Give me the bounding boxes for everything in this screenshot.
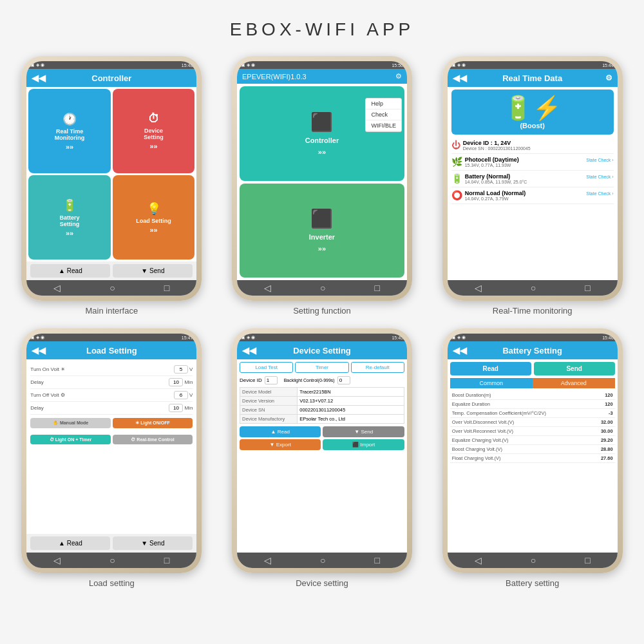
phone1-container: ▣ ◈ ◉ 15:48 ◀◀ Controller 🕐 Real TimeMon… [13, 56, 211, 316]
nav2-back-icon[interactable]: ◁ [264, 283, 271, 293]
realtime-btn[interactable]: ⏱ Real-time Control [113, 435, 193, 444]
dropdown-help[interactable]: Help [366, 99, 401, 109]
phone5-send-btn[interactable]: ▼ Send [323, 426, 404, 437]
load-data: 14.04V, 0.27A, 3.79W [465, 196, 614, 201]
phone1-send-button[interactable]: ▼ Send [113, 264, 193, 278]
cell-realtime[interactable]: 🕐 Real TimeMonitoring »» [28, 89, 111, 173]
phone4-container: ▣ ◈ ◉ 15:47 ◀◀ Load Setting Turn On Volt… [13, 328, 211, 588]
phone5-header: ◀◀ Device Setting [237, 341, 407, 359]
phone4-download-icon: ▼ [141, 540, 147, 547]
nav3-back-icon[interactable]: ◁ [475, 283, 482, 293]
phone3-back-icon[interactable]: ◀◀ [453, 73, 467, 83]
manual-mode-btn[interactable]: ✋ Manual Mode [30, 418, 111, 428]
phone4-title: Load Setting [86, 346, 137, 355]
card-inverter[interactable]: ⬛ Inverter »» [240, 184, 404, 278]
delay1-value[interactable]: 10 [169, 378, 183, 386]
bat-label-6: Boost Charging Volt.(V) [450, 445, 592, 454]
phone6-send-btn[interactable]: Send [534, 362, 615, 375]
phone4-back-icon[interactable]: ◀◀ [32, 345, 46, 355]
tab-redefault[interactable]: Re-default [351, 362, 404, 373]
bat-row-4: Over Volt.Reconnect Volt.(V) 30.00 [450, 427, 615, 436]
phone5-inner: ▣ ◈ ◉ 15:45 ◀◀ Device Setting Load Test … [237, 334, 407, 568]
light-onoff-btn[interactable]: ☀ Light ON/OFF [113, 418, 193, 428]
turnon-value[interactable]: 5 [174, 365, 188, 374]
dropdown-check[interactable]: Check [366, 109, 401, 120]
cell-load[interactable]: 💡 Load Setting »» [113, 175, 195, 260]
phone6-back-icon[interactable]: ◀◀ [453, 345, 467, 355]
bat-label-1: Equalize Duration [450, 400, 592, 409]
nav6-home-icon[interactable]: ○ [531, 555, 536, 565]
info-row-0: Device Model Tracer2215BN [240, 388, 404, 397]
bat-label-0: Boost Duration(m) [450, 391, 592, 400]
turnoff-unit: V [189, 392, 193, 398]
load-state-check[interactable]: State Check › [586, 191, 613, 196]
phone3-inner: ▣ ◈ ◉ 15:44 ◀◀ Real Time Data ⚙ 🔋⚡ (Boos… [448, 61, 618, 296]
cell-device-arrows: »» [149, 142, 157, 150]
nav3-home-icon[interactable]: ○ [531, 283, 536, 293]
device-id-input[interactable] [265, 376, 278, 384]
phone4-nav-bar: ◁ ○ □ [26, 553, 196, 568]
tab-advanced[interactable]: Advanced [533, 378, 615, 388]
phone1-status-left: ▣ ◈ ◉ [30, 62, 44, 68]
phone4-bottom-buttons: ▲ Read ▼ Send [26, 534, 196, 553]
nav-apps-icon[interactable]: □ [164, 283, 169, 293]
phone5-import-btn[interactable]: ⬛ Import [323, 439, 404, 450]
phone1-back-icon[interactable]: ◀◀ [32, 73, 46, 83]
bat-value-2: -3 [592, 409, 615, 418]
bat-row-3: Over Volt.Disconnect Volt.(V) 32.00 [450, 418, 615, 427]
nav-back-icon[interactable]: ◁ [53, 283, 61, 293]
phone1-title: Controller [91, 73, 131, 83]
delay2-value[interactable]: 10 [169, 404, 183, 412]
turnoff-value[interactable]: 6 [174, 391, 188, 399]
phone1-nav-bar: ◁ ○ □ [26, 280, 196, 296]
phone5-export-btn[interactable]: ▼ Export [240, 439, 321, 450]
tab-timer[interactable]: Timer [295, 362, 348, 373]
phone6-read-btn[interactable]: Read [450, 362, 531, 375]
tab-common[interactable]: Common [450, 378, 533, 388]
nav3-apps-icon[interactable]: □ [585, 283, 590, 293]
phone5: ▣ ◈ ◉ 15:45 ◀◀ Device Setting Load Test … [232, 328, 412, 573]
phone3-gear-icon[interactable]: ⚙ [605, 73, 612, 82]
card-inverter-arrows: »» [318, 245, 326, 252]
phone5-title: Device Setting [293, 346, 351, 355]
bat-row-6: Boost Charging Volt.(V) 28.80 [450, 445, 615, 454]
phone4-send-button[interactable]: ▼ Send [113, 536, 193, 550]
info-label-1: Device Version [240, 397, 297, 406]
phone1-read-button[interactable]: ▲ Read [30, 264, 110, 278]
card-inverter-label: Inverter [309, 233, 335, 241]
nav6-back-icon[interactable]: ◁ [475, 555, 482, 565]
photocell-state-check[interactable]: State Check › [586, 158, 613, 162]
cell-battery[interactable]: 🔋 BatterySetting »» [28, 175, 111, 260]
phone2-gear-icon[interactable]: ⚙ [395, 72, 402, 80]
nav2-home-icon[interactable]: ○ [320, 283, 325, 293]
phone6-container: ▣ ◈ ◉ 15:46 ◀◀ Battery Setting Read Send… [433, 328, 631, 588]
info-label-3: Device Manufactory [240, 415, 297, 424]
battery-state-check[interactable]: State Check › [586, 175, 613, 179]
phone4-inner: ▣ ◈ ◉ 15:47 ◀◀ Load Setting Turn On Volt… [26, 334, 196, 568]
nav6-apps-icon[interactable]: □ [585, 555, 590, 565]
phone5-back-icon[interactable]: ◀◀ [242, 345, 256, 355]
info-row-3: Device Manufactory EPsolar Tech co., Ltd [240, 415, 404, 424]
light-timer-btn[interactable]: ⏱ Light ON + Timer [30, 435, 111, 444]
battery-title: Battery (Normal) [465, 173, 511, 180]
nav5-apps-icon[interactable]: □ [374, 555, 379, 565]
dropdown-wifi[interactable]: WIFI/BLE [366, 120, 401, 131]
nav2-apps-icon[interactable]: □ [374, 283, 379, 293]
nav4-back-icon[interactable]: ◁ [53, 555, 61, 565]
nav-home-icon[interactable]: ○ [109, 283, 115, 293]
nav5-back-icon[interactable]: ◁ [264, 555, 271, 565]
phone6-header: ◀◀ Battery Setting [448, 341, 618, 359]
nav4-home-icon[interactable]: ○ [109, 555, 115, 565]
info-table: Device Model Tracer2215BN Device Version… [240, 387, 404, 424]
cell-device[interactable]: ⏱ DeviceSetting »» [113, 89, 195, 173]
phone2-dropdown: Help Check WIFI/BLE [365, 98, 402, 132]
phone4-read-button[interactable]: ▲ Read [30, 536, 110, 550]
backlight-input[interactable] [337, 376, 350, 384]
device-id-row: ⏻ Device ID : 1, 24V Device SN : 0002201… [451, 137, 614, 154]
device-id-row: Device ID Backlight Control(0-999s) [240, 376, 404, 384]
phone2-inner: ▣ ◈ ◉ 15:50 EPEVER(WIFI)1.0.3 ⚙ Help Che… [237, 61, 407, 296]
phone5-read-btn[interactable]: ▲ Read [240, 426, 321, 437]
tab-load-test[interactable]: Load Test [240, 362, 293, 373]
nav4-apps-icon[interactable]: □ [164, 555, 169, 565]
nav5-home-icon[interactable]: ○ [320, 555, 325, 565]
